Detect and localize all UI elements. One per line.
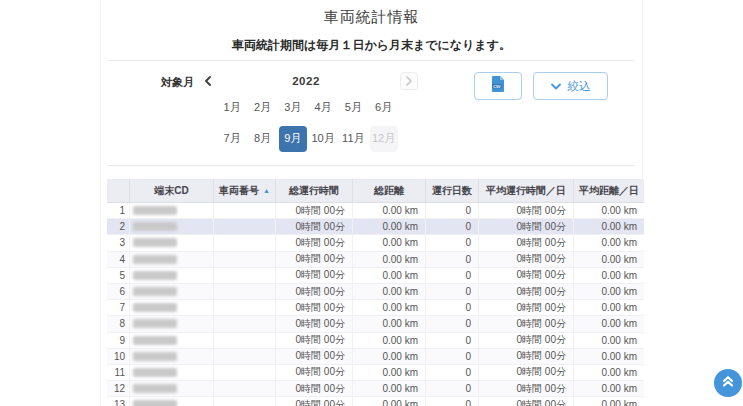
operation-days-cell: 0 <box>426 316 479 331</box>
redacted-terminal-cd <box>133 271 177 280</box>
total-time-cell: 0時間 00分 <box>276 268 353 283</box>
table-row[interactable]: 50時間 00分0.00 km00時間 00分0.00 km <box>107 268 644 284</box>
column-header-label: 総運行時間 <box>289 184 339 198</box>
chevron-right-icon <box>405 72 413 90</box>
svg-text:CSV: CSV <box>493 85 501 89</box>
chevron-down-icon <box>551 80 561 92</box>
avg-time-cell: 0時間 00分 <box>479 316 574 331</box>
month-cell: 1月 <box>217 92 247 123</box>
month-button-9月[interactable]: 9月 <box>279 126 307 152</box>
vehicle-number-cell <box>214 381 276 396</box>
terminal-cd-cell <box>130 333 214 348</box>
vehicle-number-cell <box>214 349 276 364</box>
total-distance-cell: 0.00 km <box>353 316 426 331</box>
terminal-cd-cell <box>130 235 214 250</box>
table-row[interactable]: 20時間 00分0.00 km00時間 00分0.00 km <box>107 219 644 235</box>
avg-distance-cell: 0.00 km <box>574 268 644 283</box>
total-distance-cell: 0.00 km <box>353 365 426 380</box>
table-row[interactable]: 60時間 00分0.00 km00時間 00分0.00 km <box>107 284 644 300</box>
column-header-平均距離／日[interactable]: 平均距離／日 <box>574 179 644 202</box>
month-button-5月[interactable]: 5月 <box>339 95 367 121</box>
redacted-terminal-cd <box>133 206 177 215</box>
row-number: 2 <box>107 219 130 234</box>
redacted-terminal-cd <box>133 287 177 296</box>
csv-download-button[interactable]: CSV <box>474 72 522 100</box>
vehicle-number-cell <box>214 235 276 250</box>
redacted-terminal-cd <box>133 303 177 312</box>
terminal-cd-cell <box>130 397 214 406</box>
total-distance-cell: 0.00 km <box>353 235 426 250</box>
month-button-8月[interactable]: 8月 <box>248 126 276 152</box>
previous-year-button[interactable] <box>199 72 217 90</box>
avg-time-cell: 0時間 00分 <box>479 203 574 218</box>
month-cell: 9月 <box>278 123 308 154</box>
column-header-label: 平均距離／日 <box>579 184 639 198</box>
row-number: 8 <box>107 316 130 331</box>
table-row[interactable]: 80時間 00分0.00 km00時間 00分0.00 km <box>107 316 644 332</box>
total-time-cell: 0時間 00分 <box>276 349 353 364</box>
month-button-11月[interactable]: 11月 <box>339 126 367 152</box>
month-button-1月[interactable]: 1月 <box>218 95 246 121</box>
avg-time-cell: 0時間 00分 <box>479 365 574 380</box>
table-row[interactable]: 110時間 00分0.00 km00時間 00分0.00 km <box>107 365 644 381</box>
terminal-cd-cell <box>130 349 214 364</box>
column-header-総距離[interactable]: 総距離 <box>353 179 426 202</box>
avg-time-cell: 0時間 00分 <box>479 219 574 234</box>
table-row[interactable]: 70時間 00分0.00 km00時間 00分0.00 km <box>107 300 644 316</box>
column-header-車両番号[interactable]: 車両番号▲ <box>214 179 276 202</box>
page-subtitle: 車両統計期間は毎月１日から月末までになります。 <box>101 37 642 54</box>
operation-days-cell: 0 <box>426 397 479 406</box>
avg-time-cell: 0時間 00分 <box>479 300 574 315</box>
month-cell: 12月 <box>368 123 398 154</box>
year-label: 2022 <box>241 75 371 87</box>
table-row[interactable]: 90時間 00分0.00 km00時間 00分0.00 km <box>107 333 644 349</box>
filter-button[interactable]: 絞込 <box>533 72 608 100</box>
table-row[interactable]: 10時間 00分0.00 km00時間 00分0.00 km <box>107 203 644 219</box>
column-header-端末CD[interactable]: 端末CD <box>130 179 214 202</box>
sort-ascending-icon: ▲ <box>263 187 270 194</box>
operation-days-cell: 0 <box>426 349 479 364</box>
vehicle-number-cell <box>214 316 276 331</box>
month-row: 7月8月9月10月11月12月 <box>217 123 399 154</box>
vehicle-number-cell <box>214 397 276 406</box>
month-cell: 10月 <box>308 123 338 154</box>
avg-distance-cell: 0.00 km <box>574 203 644 218</box>
table-row[interactable]: 120時間 00分0.00 km00時間 00分0.00 km <box>107 381 644 397</box>
avg-distance-cell: 0.00 km <box>574 219 644 234</box>
operation-days-cell: 0 <box>426 219 479 234</box>
total-distance-cell: 0.00 km <box>353 333 426 348</box>
column-header-label: 車両番号 <box>219 184 259 198</box>
table-row[interactable]: 100時間 00分0.00 km00時間 00分0.00 km <box>107 349 644 365</box>
avg-distance-cell: 0.00 km <box>574 381 644 396</box>
column-header-運行日数[interactable]: 運行日数 <box>426 179 479 202</box>
table-row[interactable]: 30時間 00分0.00 km00時間 00分0.00 km <box>107 235 644 251</box>
page-title: 車両統計情報 <box>101 8 642 27</box>
column-header-label: 運行日数 <box>432 184 472 198</box>
month-button-2月[interactable]: 2月 <box>248 95 276 121</box>
avg-time-cell: 0時間 00分 <box>479 381 574 396</box>
row-number: 13 <box>107 397 130 406</box>
month-button-3月[interactable]: 3月 <box>279 95 307 121</box>
avg-distance-cell: 0.00 km <box>574 365 644 380</box>
month-button-6月[interactable]: 6月 <box>370 95 398 121</box>
terminal-cd-cell <box>130 284 214 299</box>
avg-distance-cell: 0.00 km <box>574 349 644 364</box>
table-body: 10時間 00分0.00 km00時間 00分0.00 km20時間 00分0.… <box>107 203 644 406</box>
double-chevron-up-icon <box>721 374 735 392</box>
month-cell: 8月 <box>247 123 277 154</box>
table-row[interactable]: 130時間 00分0.00 km00時間 00分0.00 km <box>107 397 644 406</box>
total-time-cell: 0時間 00分 <box>276 284 353 299</box>
month-button-4月[interactable]: 4月 <box>309 95 337 121</box>
column-header-row-number[interactable] <box>107 179 130 202</box>
column-header-総運行時間[interactable]: 総運行時間 <box>276 179 353 202</box>
avg-distance-cell: 0.00 km <box>574 235 644 250</box>
total-distance-cell: 0.00 km <box>353 284 426 299</box>
scroll-to-top-button[interactable] <box>714 369 742 397</box>
month-button-10月[interactable]: 10月 <box>309 126 337 152</box>
total-distance-cell: 0.00 km <box>353 381 426 396</box>
total-time-cell: 0時間 00分 <box>276 203 353 218</box>
month-button-7月[interactable]: 7月 <box>218 126 246 152</box>
avg-distance-cell: 0.00 km <box>574 316 644 331</box>
table-row[interactable]: 40時間 00分0.00 km00時間 00分0.00 km <box>107 252 644 268</box>
column-header-平均運行時間／日[interactable]: 平均運行時間／日 <box>479 179 574 202</box>
